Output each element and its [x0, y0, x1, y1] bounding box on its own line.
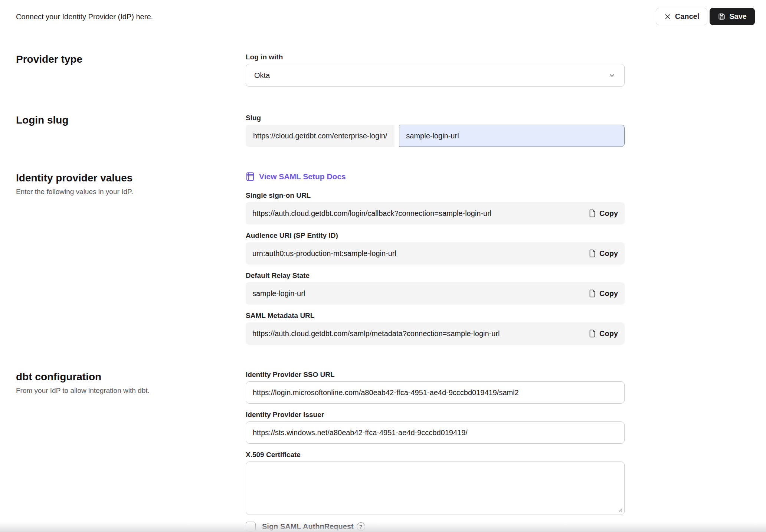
- dbt-configuration-left: dbt configuration From your IdP to allow…: [16, 370, 246, 532]
- audience-uri-label: Audience URI (SP Entity ID): [246, 231, 625, 240]
- idp-issuer-group: Identity Provider Issuer: [246, 410, 625, 444]
- idp-values-right: View SAML Setup Docs Single sign-on URL …: [246, 171, 625, 345]
- provider-select[interactable]: Okta: [246, 64, 625, 87]
- audience-uri-group: Audience URI (SP Entity ID) urn:auth0:us…: [246, 231, 625, 265]
- header-bar: Connect your Identity Provider (IdP) her…: [0, 0, 766, 33]
- certificate-textarea[interactable]: [246, 462, 625, 515]
- certificate-label: X.509 Certificate: [246, 450, 625, 459]
- cancel-button[interactable]: Cancel: [656, 8, 708, 25]
- metadata-url-group: SAML Metadata URL https://auth.cloud.get…: [246, 311, 625, 345]
- metadata-url-label: SAML Metadata URL: [246, 311, 625, 320]
- sign-authn-label: Sign SAML AuthnRequest: [262, 522, 354, 531]
- certificate-group: X.509 Certificate: [246, 450, 625, 515]
- dbt-configuration-subheading: From your IdP to allow integration with …: [16, 387, 246, 395]
- copy-icon: [589, 289, 596, 298]
- sso-url-value: https://auth.cloud.getdbt.com/login/call…: [252, 209, 491, 218]
- dbt-configuration-section: dbt configuration From your IdP to allow…: [16, 370, 766, 532]
- provider-type-left: Provider type: [16, 53, 246, 87]
- idp-values-left: Identity provider values Enter the follo…: [16, 171, 246, 345]
- login-with-label: Log in with: [246, 53, 625, 62]
- help-icon[interactable]: ?: [357, 522, 365, 531]
- metadata-url-value: https://auth.cloud.getdbt.com/samlp/meta…: [252, 329, 500, 338]
- relay-state-label: Default Relay State: [246, 271, 625, 280]
- slug-input[interactable]: [399, 125, 625, 147]
- idp-values-subheading: Enter the following values in your IdP.: [16, 188, 246, 196]
- save-button-label: Save: [729, 12, 747, 21]
- provider-type-right: Log in with Okta: [246, 53, 625, 87]
- login-slug-section: Login slug Slug https://cloud.getdbt.com…: [16, 114, 766, 147]
- relay-state-value: sample-login-url: [252, 289, 305, 298]
- idp-sso-url-label: Identity Provider SSO URL: [246, 370, 625, 379]
- dbt-configuration-heading: dbt configuration: [16, 370, 246, 384]
- copy-button[interactable]: Copy: [589, 289, 618, 298]
- sso-url-group: Single sign-on URL https://auth.cloud.ge…: [246, 191, 625, 224]
- copy-button[interactable]: Copy: [589, 249, 618, 258]
- provider-type-heading: Provider type: [16, 53, 246, 66]
- idp-issuer-input[interactable]: [246, 421, 625, 444]
- sign-authn-checkbox[interactable]: [246, 522, 256, 532]
- login-slug-right: Slug https://cloud.getdbt.com/enterprise…: [246, 114, 625, 147]
- sso-url-label: Single sign-on URL: [246, 191, 625, 200]
- page-title: Connect your Identity Provider (IdP) her…: [16, 13, 153, 21]
- slug-url-prefix: https://cloud.getdbt.com/enterprise-logi…: [246, 125, 395, 147]
- idp-values-section: Identity provider values Enter the follo…: [16, 171, 766, 345]
- copy-button-label: Copy: [599, 289, 618, 298]
- copy-button-label: Copy: [599, 209, 618, 218]
- slug-label: Slug: [246, 114, 625, 122]
- certificate-field-wrap: [246, 462, 625, 515]
- audience-uri-field: urn:auth0:us-production-mt:sample-login-…: [246, 242, 625, 265]
- copy-button[interactable]: Copy: [589, 329, 618, 338]
- idp-sso-url-group: Identity Provider SSO URL: [246, 370, 625, 404]
- save-button[interactable]: Save: [710, 8, 755, 25]
- sign-authn-row: Sign SAML AuthnRequest ?: [246, 521, 625, 532]
- saml-docs-link[interactable]: View SAML Setup Docs: [246, 171, 346, 182]
- book-icon: [246, 172, 255, 181]
- copy-button-label: Copy: [599, 329, 618, 338]
- audience-uri-value: urn:auth0:us-production-mt:sample-login-…: [252, 249, 396, 258]
- header-actions: Cancel Save: [656, 8, 755, 25]
- provider-select-value: Okta: [254, 71, 270, 80]
- copy-icon: [589, 209, 596, 218]
- chevron-down-icon: [608, 71, 616, 79]
- copy-button[interactable]: Copy: [589, 209, 618, 218]
- login-slug-heading: Login slug: [16, 114, 246, 127]
- copy-icon: [589, 249, 596, 258]
- cancel-button-label: Cancel: [675, 12, 700, 21]
- slug-field-row: https://cloud.getdbt.com/enterprise-logi…: [246, 125, 625, 147]
- copy-button-label: Copy: [599, 249, 618, 258]
- idp-issuer-label: Identity Provider Issuer: [246, 410, 625, 419]
- copy-icon: [589, 329, 596, 338]
- idp-sso-url-input[interactable]: [246, 381, 625, 404]
- close-icon: [664, 13, 671, 20]
- relay-state-field: sample-login-url Copy: [246, 282, 625, 305]
- dbt-configuration-right: Identity Provider SSO URL Identity Provi…: [246, 370, 625, 532]
- login-slug-left: Login slug: [16, 114, 246, 147]
- provider-type-section: Provider type Log in with Okta: [16, 53, 766, 87]
- settings-form: Provider type Log in with Okta Login slu…: [0, 53, 766, 532]
- relay-state-group: Default Relay State sample-login-url Cop…: [246, 271, 625, 305]
- saml-docs-link-label: View SAML Setup Docs: [259, 171, 346, 182]
- save-icon: [718, 13, 726, 20]
- metadata-url-field: https://auth.cloud.getdbt.com/samlp/meta…: [246, 322, 625, 345]
- idp-values-heading: Identity provider values: [16, 171, 246, 185]
- sso-url-field: https://auth.cloud.getdbt.com/login/call…: [246, 202, 625, 224]
